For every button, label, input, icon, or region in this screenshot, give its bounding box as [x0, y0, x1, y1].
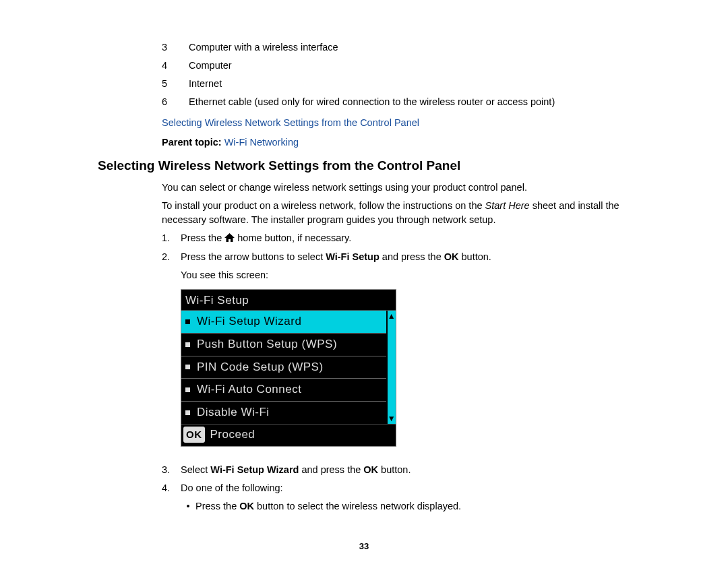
- item-number: 6: [162, 95, 189, 109]
- sub-bullet-list: • Press the OK button to select the wire…: [181, 499, 661, 513]
- home-icon: [224, 232, 235, 246]
- paragraph: You can select or change wireless networ…: [162, 181, 661, 195]
- screen-title: Wi-Fi Setup: [181, 290, 396, 311]
- bullet-item: • Press the OK button to select the wire…: [181, 499, 661, 513]
- step-subtext: You see this screen:: [181, 268, 661, 282]
- step-item: 4. Do one of the following: • Press the …: [162, 481, 661, 513]
- menu-item: Disable Wi-Fi: [181, 402, 386, 424]
- bullet-dot: •: [181, 499, 195, 513]
- step-item: 1. Press the home button, if necessary.: [162, 231, 661, 246]
- ok-badge: OK: [183, 427, 205, 443]
- menu-item: PIN Code Setup (WPS): [181, 356, 386, 379]
- menu-item-label: Wi-Fi Setup Wizard: [197, 313, 301, 330]
- menu-item-selected: Wi-Fi Setup Wizard: [181, 311, 386, 334]
- item-text: Computer: [189, 59, 232, 73]
- scroll-down-icon: ▼: [388, 414, 396, 423]
- scroll-up-icon: ▲: [388, 312, 396, 320]
- bullet-icon: [185, 319, 190, 324]
- step-number: 3.: [162, 463, 181, 477]
- menu-item-label: Disable Wi-Fi: [197, 404, 270, 421]
- menu-item-label: PIN Code Setup (WPS): [197, 359, 324, 376]
- step-item: 2. Press the arrow buttons to select Wi-…: [162, 250, 661, 282]
- bullet-icon: [185, 410, 190, 415]
- item-text: Computer with a wireless interface: [189, 40, 338, 55]
- menu-item: Push Button Setup (WPS): [181, 334, 386, 356]
- parent-topic-link[interactable]: Wi-Fi Networking: [224, 137, 299, 148]
- bullet-icon: [185, 365, 190, 369]
- parent-topic: Parent topic: Wi-Fi Networking: [162, 135, 661, 150]
- proceed-label: Proceed: [210, 427, 255, 443]
- step-number: 2.: [162, 250, 181, 282]
- list-item: 6 Ethernet cable (used only for wired co…: [162, 95, 661, 109]
- list-item: 5 Internet: [162, 77, 661, 91]
- item-number: 3: [162, 40, 189, 55]
- topic-link[interactable]: Selecting Wireless Network Settings from…: [162, 116, 661, 130]
- page-number: 33: [67, 540, 661, 553]
- menu-item-label: Push Button Setup (WPS): [197, 336, 337, 353]
- menu-item: Wi-Fi Auto Connect: [181, 379, 386, 402]
- step-body: Do one of the following: • Press the OK …: [181, 481, 661, 513]
- step-body: Press the arrow buttons to select Wi-Fi …: [181, 250, 661, 282]
- steps-list: 1. Press the home button, if necessary. …: [162, 231, 661, 282]
- menu-area: Wi-Fi Setup Wizard Push Button Setup (WP…: [181, 311, 396, 424]
- section-heading: Selecting Wireless Network Settings from…: [98, 156, 661, 175]
- document-content: 3 Computer with a wireless interface 4 C…: [67, 40, 661, 553]
- step-body: Select Wi-Fi Setup Wizard and press the …: [181, 463, 661, 477]
- bullet-icon: [185, 387, 190, 392]
- step-item: 3. Select Wi-Fi Setup Wizard and press t…: [162, 463, 661, 477]
- list-item: 4 Computer: [162, 59, 661, 73]
- steps-list-continued: 3. Select Wi-Fi Setup Wizard and press t…: [162, 463, 661, 513]
- parent-topic-label: Parent topic:: [162, 137, 224, 148]
- screen-footer: OK Proceed: [181, 425, 396, 447]
- item-text: Ethernet cable (used only for wired conn…: [189, 95, 555, 109]
- bullet-icon: [185, 342, 190, 347]
- step-body: Press the home button, if necessary.: [181, 231, 661, 246]
- scrollbar: ▲ ▼: [386, 311, 396, 423]
- item-text: Internet: [189, 77, 222, 91]
- numbered-definition-list: 3 Computer with a wireless interface 4 C…: [162, 40, 661, 109]
- list-item: 3 Computer with a wireless interface: [162, 40, 661, 55]
- paragraph: To install your product on a wireless ne…: [162, 199, 661, 227]
- menu-item-label: Wi-Fi Auto Connect: [197, 381, 301, 398]
- step-number: 4.: [162, 481, 181, 513]
- menu-items: Wi-Fi Setup Wizard Push Button Setup (WP…: [181, 311, 386, 423]
- item-number: 4: [162, 59, 189, 73]
- item-number: 5: [162, 77, 189, 91]
- printer-lcd-screenshot: Wi-Fi Setup Wi-Fi Setup Wizard Push Butt…: [181, 289, 396, 447]
- step-number: 1.: [162, 231, 181, 246]
